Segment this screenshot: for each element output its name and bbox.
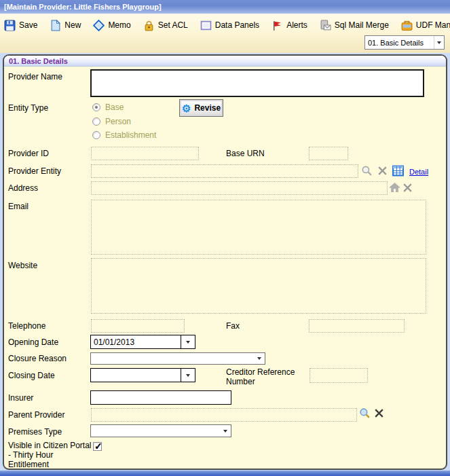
detail-link[interactable]: Detail: [409, 168, 428, 176]
premises-type-label: Premises Type: [8, 427, 62, 437]
window-titlebar: [Maintain Provider: Little Fishers Playg…: [0, 0, 450, 14]
opening-date-label: Opening Date: [8, 337, 58, 347]
parent-provider-field: [91, 408, 357, 422]
fax-label: Fax: [226, 321, 240, 331]
new-label: New: [64, 20, 81, 30]
radio-person-label: Person: [105, 117, 131, 126]
radio-circle: [92, 117, 100, 126]
window-title: [Maintain Provider: Little Fishers Playg…: [4, 3, 162, 11]
insurer-input[interactable]: [90, 390, 231, 405]
website-label: Website: [8, 261, 37, 270]
address-field: [91, 181, 388, 195]
save-label: Save: [19, 20, 37, 30]
visible-in-citizen-portal-checkbox[interactable]: [93, 442, 102, 451]
base-urn-label: Base URN: [226, 149, 265, 158]
basic-details-panel: 01. Basic Details Provider Name Entity T…: [3, 54, 447, 470]
radio-circle: [92, 131, 100, 139]
window-bottom-frame: [0, 471, 450, 476]
provider-name-label: Provider Name: [8, 72, 62, 81]
lock-icon: [143, 20, 155, 31]
new-document-icon: [50, 20, 61, 31]
panel-header: 01. Basic Details: [4, 56, 446, 67]
alerts-label: Alerts: [286, 20, 307, 30]
closure-reason-select[interactable]: [90, 352, 265, 365]
chevron-down-icon: [181, 369, 195, 382]
radio-establishment[interactable]: Establishment: [92, 130, 156, 140]
clear-address-icon[interactable]: [402, 182, 413, 194]
toolbar-area: Save New Memo Set ACL Data Panels: [0, 14, 450, 53]
panel-title: 01. Basic Details: [9, 57, 68, 65]
radio-person[interactable]: Person: [92, 117, 131, 126]
creditor-reference-number-field: [310, 368, 368, 383]
chevron-down-icon: [220, 425, 231, 437]
chevron-down-icon: [254, 353, 265, 364]
insurer-label: Insurer: [8, 393, 33, 403]
set-acl-label: Set ACL: [158, 20, 188, 30]
provider-id-label: Provider ID: [8, 149, 49, 158]
chevron-down-icon: [181, 335, 195, 348]
toolbar: Save New Memo Set ACL Data Panels: [3, 16, 450, 34]
email-field: [91, 200, 426, 255]
alerts-button[interactable]: Alerts: [270, 18, 309, 33]
panel-section-value: 01. Basic Details: [365, 39, 434, 47]
new-button[interactable]: New: [48, 18, 82, 33]
parent-provider-label: Parent Provider: [8, 410, 64, 420]
search-parent-provider-icon[interactable]: [359, 407, 371, 419]
udf-manager-icon: [401, 20, 413, 31]
radio-circle: [92, 103, 100, 111]
provider-id-field: [91, 147, 199, 160]
opening-date-value: 01/01/2013: [91, 337, 181, 347]
alert-flag-icon: [271, 20, 283, 31]
radio-base-label: Base: [105, 103, 124, 112]
closure-reason-label: Closure Reason: [8, 354, 67, 363]
data-panels-label: Data Panels: [215, 20, 259, 30]
memo-label: Memo: [108, 20, 130, 30]
opening-date-select[interactable]: 01/01/2013: [90, 335, 195, 349]
sql-mail-merge-button[interactable]: Sql Mail Merge: [318, 18, 390, 33]
memo-diamond-icon: [93, 20, 105, 31]
sql-mail-merge-label: Sql Mail Merge: [335, 20, 389, 30]
gear-icon: ⚙: [182, 103, 191, 113]
base-urn-field: [309, 147, 348, 160]
save-button[interactable]: Save: [3, 18, 39, 33]
set-acl-button[interactable]: Set ACL: [142, 18, 189, 33]
address-label: Address: [8, 183, 38, 193]
chevron-down-icon: [434, 36, 444, 49]
revise-button[interactable]: ⚙ Revise: [179, 99, 223, 117]
visible-in-citizen-portal-label: Visible in Citizen Portal - Thirty Hour …: [8, 441, 94, 469]
clear-parent-provider-icon[interactable]: [373, 407, 385, 419]
email-label: Email: [8, 202, 29, 211]
premises-type-select[interactable]: [90, 424, 231, 437]
telephone-field: [91, 319, 185, 333]
memo-button[interactable]: Memo: [92, 18, 132, 33]
save-icon: [4, 20, 16, 31]
mail-merge-icon: [320, 20, 331, 31]
provider-entity-label: Provider Entity: [8, 166, 61, 176]
panel-body: Provider Name Entity Type Base Person Es…: [4, 67, 446, 468]
search-icon[interactable]: [361, 165, 373, 177]
data-panels-icon: [200, 20, 212, 31]
revise-label: Revise: [194, 103, 221, 113]
provider-name-input[interactable]: [90, 69, 424, 97]
website-field: [91, 258, 426, 314]
udf-manager-label: UDF Manager: [416, 20, 450, 30]
fax-field: [309, 319, 405, 333]
telephone-label: Telephone: [8, 321, 45, 331]
radio-base[interactable]: Base: [92, 103, 124, 112]
udf-manager-button[interactable]: UDF Manager: [400, 18, 450, 33]
entity-type-label: Entity Type: [8, 103, 48, 113]
clear-icon[interactable]: [377, 165, 388, 177]
table-lookup-icon[interactable]: [392, 165, 404, 177]
closing-date-label: Closing Date: [8, 371, 55, 380]
radio-establishment-label: Establishment: [105, 130, 156, 140]
creditor-reference-number-label: Creditor Reference Number: [226, 367, 302, 386]
provider-entity-field: [91, 164, 358, 178]
home-icon[interactable]: [389, 182, 400, 194]
data-panels-button[interactable]: Data Panels: [199, 18, 261, 33]
panel-section-select[interactable]: 01. Basic Details: [364, 35, 445, 50]
closing-date-select[interactable]: [90, 368, 195, 382]
